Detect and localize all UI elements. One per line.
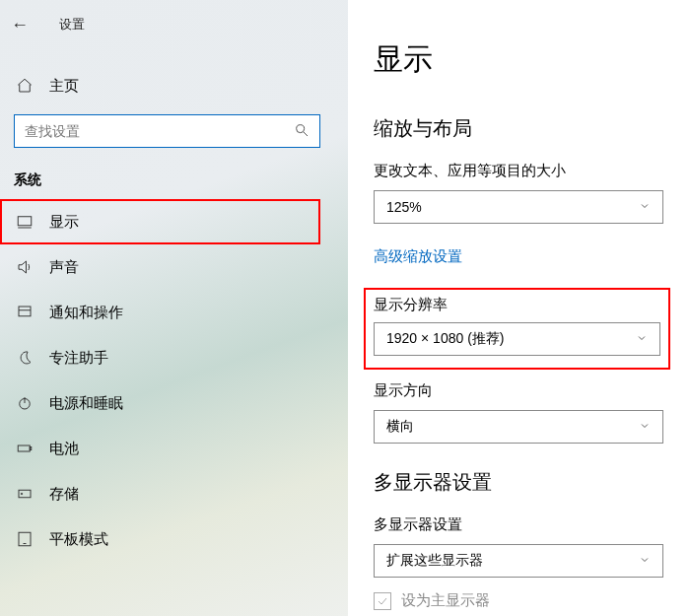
- tablet-icon: [14, 530, 35, 548]
- moon-icon: [14, 349, 35, 367]
- monitor-icon: [14, 213, 35, 231]
- home-nav[interactable]: 主页: [0, 65, 348, 106]
- sidebar-item-label: 显示: [49, 213, 79, 232]
- svg-rect-2: [18, 217, 32, 226]
- sidebar-item-label: 电源和睡眠: [49, 394, 123, 413]
- svg-rect-9: [30, 447, 32, 450]
- svg-rect-8: [18, 445, 30, 451]
- sidebar-item-label: 通知和操作: [49, 304, 123, 322]
- resolution-value: 1920 × 1080 (推荐): [386, 330, 504, 348]
- resolution-dropdown[interactable]: 1920 × 1080 (推荐): [374, 322, 660, 356]
- scale-field-label: 更改文本、应用等项目的大小: [374, 162, 664, 180]
- main-panel: 显示 缩放与布局 更改文本、应用等项目的大小 125% 高级缩放设置 显示分辨率…: [348, 0, 690, 616]
- chevron-down-icon: [636, 331, 648, 347]
- svg-rect-4: [19, 307, 31, 316]
- scale-dropdown[interactable]: 125%: [374, 190, 663, 224]
- sidebar-item-display[interactable]: 显示: [0, 199, 320, 244]
- sidebar-item-label: 专注助手: [49, 349, 108, 368]
- sidebar-item-power[interactable]: 电源和睡眠: [0, 380, 320, 426]
- search-box[interactable]: [14, 114, 320, 148]
- notification-icon: [14, 304, 35, 321]
- window-title: 设置: [59, 16, 85, 34]
- sidebar: ← 设置 主页 系统 显示 声音 通知和操作: [0, 0, 348, 616]
- multi-field: 多显示器设置 扩展这些显示器: [374, 515, 664, 578]
- sidebar-item-sound[interactable]: 声音: [0, 244, 320, 290]
- home-label: 主页: [49, 77, 79, 96]
- sidebar-item-tablet[interactable]: 平板模式: [0, 516, 320, 562]
- chevron-down-icon: [639, 199, 651, 215]
- sidebar-item-storage[interactable]: 存储: [0, 471, 320, 516]
- orientation-label: 显示方向: [374, 381, 664, 400]
- primary-display-label: 设为主显示器: [401, 591, 490, 610]
- page-title: 显示: [374, 39, 664, 80]
- sidebar-item-notifications[interactable]: 通知和操作: [0, 290, 320, 335]
- sidebar-item-label: 存储: [49, 485, 79, 504]
- section-multi-monitor: 多显示器设置: [374, 469, 664, 496]
- search-icon: [294, 122, 310, 141]
- multi-field-label: 多显示器设置: [374, 515, 664, 534]
- search-container: [14, 114, 320, 148]
- storage-icon: [14, 485, 35, 503]
- speaker-icon: [14, 258, 35, 276]
- orientation-dropdown[interactable]: 横向: [374, 410, 663, 444]
- home-icon: [14, 77, 35, 95]
- svg-line-1: [304, 132, 308, 136]
- chevron-down-icon: [639, 419, 651, 435]
- back-button[interactable]: ←: [6, 15, 34, 35]
- multi-value: 扩展这些显示器: [386, 552, 483, 570]
- search-input[interactable]: [25, 123, 294, 139]
- advanced-scale-link[interactable]: 高级缩放设置: [374, 247, 462, 266]
- battery-icon: [14, 440, 35, 457]
- scale-field: 更改文本、应用等项目的大小 125%: [374, 162, 664, 224]
- multi-dropdown[interactable]: 扩展这些显示器: [374, 544, 663, 578]
- orientation-field: 显示方向 横向: [374, 381, 664, 444]
- chevron-down-icon: [639, 553, 651, 569]
- resolution-label: 显示分辨率: [374, 296, 660, 314]
- sidebar-item-label: 声音: [49, 258, 79, 277]
- back-arrow-icon: ←: [11, 15, 29, 34]
- checkbox-icon: [374, 592, 391, 610]
- primary-display-checkbox-row[interactable]: 设为主显示器: [374, 591, 664, 610]
- section-header: 系统: [14, 171, 348, 189]
- svg-point-11: [21, 493, 23, 495]
- title-bar: ← 设置: [0, 6, 348, 43]
- svg-point-0: [297, 124, 305, 132]
- orientation-value: 横向: [386, 418, 414, 436]
- sidebar-item-label: 电池: [49, 440, 79, 458]
- sidebar-item-battery[interactable]: 电池: [0, 426, 320, 471]
- sidebar-item-focus[interactable]: 专注助手: [0, 335, 320, 380]
- resolution-group: 显示分辨率 1920 × 1080 (推荐): [366, 290, 668, 368]
- section-scale-layout: 缩放与布局: [374, 115, 664, 142]
- scale-value: 125%: [386, 199, 422, 215]
- sidebar-item-label: 平板模式: [49, 530, 108, 549]
- power-icon: [14, 394, 35, 412]
